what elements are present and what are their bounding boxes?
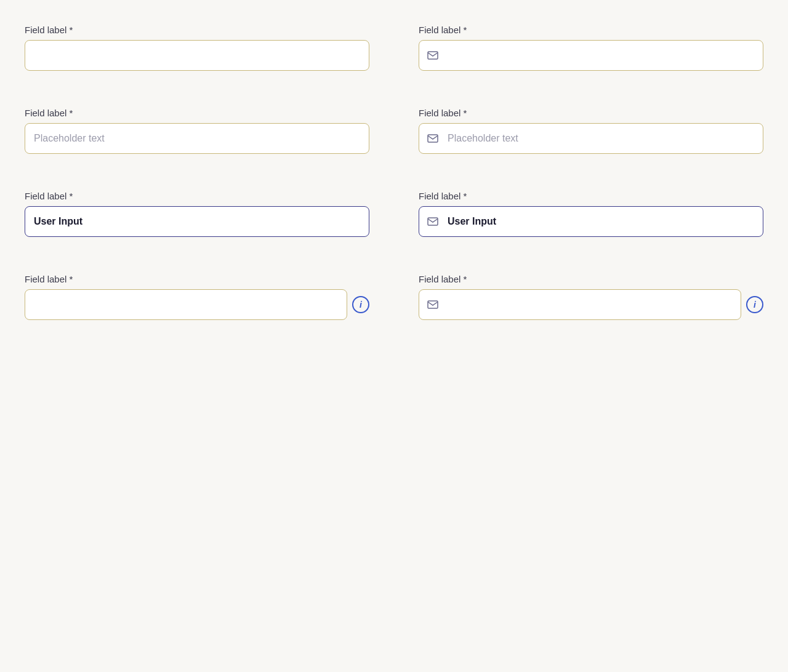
input-container-2-right	[419, 123, 763, 154]
field-label-2-left: Field label *	[25, 108, 369, 118]
field-group-1-right: Field label *	[419, 25, 763, 71]
text-input-4-left[interactable]	[25, 289, 347, 320]
email-input-3-right[interactable]	[419, 206, 763, 237]
text-input-1-left[interactable]	[25, 40, 369, 71]
input-container-2-left	[25, 123, 369, 154]
field-group-3-left: Field label *	[25, 191, 369, 237]
input-wrapper-1-left	[25, 40, 369, 71]
field-group-3-right: Field label *	[419, 191, 763, 237]
field-label-1-right: Field label *	[419, 25, 763, 35]
input-container-1-right	[419, 40, 763, 71]
input-container-4-right	[419, 289, 741, 320]
field-label-1-left: Field label *	[25, 25, 369, 35]
email-input-4-right[interactable]	[419, 289, 741, 320]
input-container-4-left	[25, 289, 347, 320]
text-input-2-left[interactable]	[25, 123, 369, 154]
form-grid: Field label * Field label * Field label	[25, 25, 763, 320]
field-label-4-left: Field label *	[25, 274, 369, 284]
input-wrapper-1-right	[419, 40, 763, 71]
input-container-3-right	[419, 206, 763, 237]
input-container-1-left	[25, 40, 369, 71]
input-wrapper-2-left	[25, 123, 369, 154]
field-label-4-right: Field label *	[419, 274, 763, 284]
input-container-3-left	[25, 206, 369, 237]
text-input-3-left[interactable]	[25, 206, 369, 237]
input-wrapper-4-right: i	[419, 289, 763, 320]
field-label-3-left: Field label *	[25, 191, 369, 201]
field-group-2-right: Field label *	[419, 108, 763, 154]
info-icon-4-left[interactable]: i	[352, 296, 369, 313]
field-group-2-left: Field label *	[25, 108, 369, 154]
input-wrapper-3-right	[419, 206, 763, 237]
input-wrapper-4-left: i	[25, 289, 369, 320]
field-label-2-right: Field label *	[419, 108, 763, 118]
input-wrapper-2-right	[419, 123, 763, 154]
input-wrapper-3-left	[25, 206, 369, 237]
field-group-1-left: Field label *	[25, 25, 369, 71]
field-group-4-right: Field label * i	[419, 274, 763, 320]
email-input-2-right[interactable]	[419, 123, 763, 154]
info-icon-4-right[interactable]: i	[746, 296, 763, 313]
field-group-4-left: Field label * i	[25, 274, 369, 320]
email-input-1-right[interactable]	[419, 40, 763, 71]
field-label-3-right: Field label *	[419, 191, 763, 201]
